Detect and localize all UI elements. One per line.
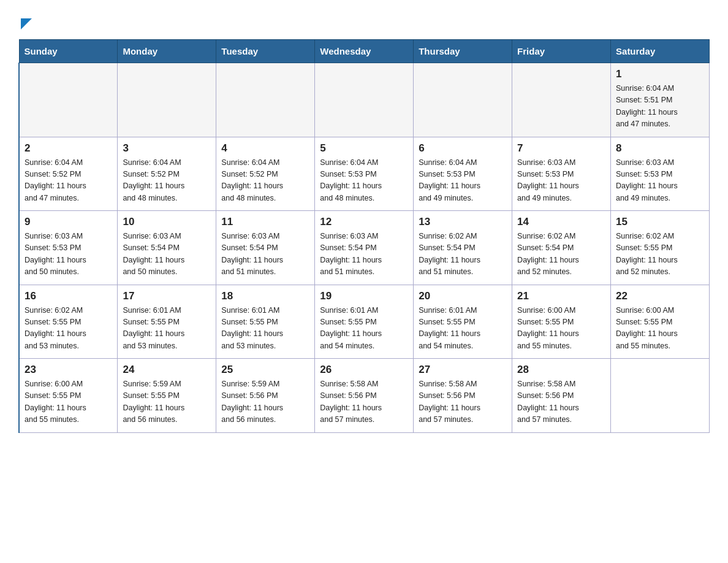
calendar-cell: 24Sunrise: 5:59 AM Sunset: 5:55 PM Dayli… bbox=[118, 359, 216, 433]
day-info: Sunrise: 6:00 AM Sunset: 5:55 PM Dayligh… bbox=[517, 305, 605, 353]
calendar-cell: 11Sunrise: 6:03 AM Sunset: 5:54 PM Dayli… bbox=[216, 211, 315, 285]
day-info: Sunrise: 6:02 AM Sunset: 5:55 PM Dayligh… bbox=[616, 231, 704, 278]
calendar-cell: 15Sunrise: 6:02 AM Sunset: 5:55 PM Dayli… bbox=[611, 211, 710, 285]
day-info: Sunrise: 6:04 AM Sunset: 5:51 PM Dayligh… bbox=[616, 83, 704, 131]
calendar-cell: 2Sunrise: 6:04 AM Sunset: 5:52 PM Daylig… bbox=[19, 137, 118, 211]
day-number: 12 bbox=[320, 216, 408, 228]
calendar-cell: 13Sunrise: 6:02 AM Sunset: 5:54 PM Dayli… bbox=[414, 211, 512, 285]
day-info: Sunrise: 6:04 AM Sunset: 5:52 PM Dayligh… bbox=[25, 157, 112, 205]
day-header-tuesday: Tuesday bbox=[216, 40, 315, 63]
day-info: Sunrise: 5:58 AM Sunset: 5:56 PM Dayligh… bbox=[419, 378, 507, 426]
day-info: Sunrise: 6:01 AM Sunset: 5:55 PM Dayligh… bbox=[221, 305, 309, 353]
calendar-cell: 17Sunrise: 6:01 AM Sunset: 5:55 PM Dayli… bbox=[118, 285, 216, 359]
day-info: Sunrise: 6:03 AM Sunset: 5:54 PM Dayligh… bbox=[123, 231, 211, 278]
day-info: Sunrise: 6:02 AM Sunset: 5:55 PM Dayligh… bbox=[25, 305, 112, 353]
day-info: Sunrise: 6:03 AM Sunset: 5:53 PM Dayligh… bbox=[25, 231, 112, 278]
calendar-cell bbox=[414, 63, 512, 137]
day-number: 16 bbox=[25, 290, 112, 302]
day-number: 1 bbox=[616, 68, 704, 80]
day-number: 23 bbox=[25, 364, 112, 376]
calendar-cell bbox=[315, 63, 414, 137]
day-header-friday: Friday bbox=[512, 40, 611, 63]
day-info: Sunrise: 6:04 AM Sunset: 5:53 PM Dayligh… bbox=[419, 157, 507, 205]
calendar-cell: 22Sunrise: 6:00 AM Sunset: 5:55 PM Dayli… bbox=[611, 285, 710, 359]
day-number: 18 bbox=[221, 290, 309, 302]
day-number: 9 bbox=[25, 216, 112, 228]
calendar-week-4: 16Sunrise: 6:02 AM Sunset: 5:55 PM Dayli… bbox=[19, 285, 710, 359]
calendar-cell: 3Sunrise: 6:04 AM Sunset: 5:52 PM Daylig… bbox=[118, 137, 216, 211]
calendar-cell: 9Sunrise: 6:03 AM Sunset: 5:53 PM Daylig… bbox=[19, 211, 118, 285]
day-info: Sunrise: 5:58 AM Sunset: 5:56 PM Dayligh… bbox=[320, 378, 408, 426]
day-number: 8 bbox=[616, 142, 704, 155]
day-number: 15 bbox=[616, 216, 704, 228]
day-number: 13 bbox=[419, 216, 507, 228]
calendar-cell: 5Sunrise: 6:04 AM Sunset: 5:53 PM Daylig… bbox=[315, 137, 414, 211]
calendar-cell: 10Sunrise: 6:03 AM Sunset: 5:54 PM Dayli… bbox=[118, 211, 216, 285]
day-info: Sunrise: 6:03 AM Sunset: 5:54 PM Dayligh… bbox=[221, 231, 309, 278]
calendar-cell: 27Sunrise: 5:58 AM Sunset: 5:56 PM Dayli… bbox=[414, 359, 512, 433]
day-info: Sunrise: 5:58 AM Sunset: 5:56 PM Dayligh… bbox=[517, 378, 605, 426]
calendar-cell: 18Sunrise: 6:01 AM Sunset: 5:55 PM Dayli… bbox=[216, 285, 315, 359]
day-info: Sunrise: 6:01 AM Sunset: 5:55 PM Dayligh… bbox=[123, 305, 211, 353]
calendar-cell: 8Sunrise: 6:03 AM Sunset: 5:53 PM Daylig… bbox=[611, 137, 710, 211]
day-number: 7 bbox=[517, 142, 605, 155]
calendar-cell: 1Sunrise: 6:04 AM Sunset: 5:51 PM Daylig… bbox=[611, 63, 710, 137]
day-number: 14 bbox=[517, 216, 605, 228]
day-info: Sunrise: 6:02 AM Sunset: 5:54 PM Dayligh… bbox=[517, 231, 605, 278]
day-info: Sunrise: 6:03 AM Sunset: 5:53 PM Dayligh… bbox=[616, 157, 704, 205]
day-info: Sunrise: 6:04 AM Sunset: 5:52 PM Dayligh… bbox=[123, 157, 211, 205]
day-number: 11 bbox=[221, 216, 309, 228]
day-number: 27 bbox=[419, 364, 507, 376]
day-info: Sunrise: 6:04 AM Sunset: 5:53 PM Dayligh… bbox=[320, 157, 408, 205]
calendar-cell bbox=[19, 63, 118, 137]
day-number: 2 bbox=[25, 142, 112, 155]
day-info: Sunrise: 6:03 AM Sunset: 5:54 PM Dayligh… bbox=[320, 231, 408, 278]
calendar-cell: 6Sunrise: 6:04 AM Sunset: 5:53 PM Daylig… bbox=[414, 137, 512, 211]
day-header-monday: Monday bbox=[118, 40, 216, 63]
calendar-cell bbox=[118, 63, 216, 137]
day-info: Sunrise: 6:01 AM Sunset: 5:55 PM Dayligh… bbox=[419, 305, 507, 353]
calendar-cell: 25Sunrise: 5:59 AM Sunset: 5:56 PM Dayli… bbox=[216, 359, 315, 433]
calendar-cell: 26Sunrise: 5:58 AM Sunset: 5:56 PM Dayli… bbox=[315, 359, 414, 433]
calendar-cell bbox=[216, 63, 315, 137]
calendar-cell: 21Sunrise: 6:00 AM Sunset: 5:55 PM Dayli… bbox=[512, 285, 611, 359]
day-info: Sunrise: 5:59 AM Sunset: 5:55 PM Dayligh… bbox=[123, 378, 211, 426]
day-header-wednesday: Wednesday bbox=[315, 40, 414, 63]
day-info: Sunrise: 6:00 AM Sunset: 5:55 PM Dayligh… bbox=[616, 305, 704, 353]
calendar-cell bbox=[512, 63, 611, 137]
day-number: 24 bbox=[123, 364, 211, 376]
calendar-week-2: 2Sunrise: 6:04 AM Sunset: 5:52 PM Daylig… bbox=[19, 137, 710, 211]
day-info: Sunrise: 5:59 AM Sunset: 5:56 PM Dayligh… bbox=[221, 378, 309, 426]
day-number: 26 bbox=[320, 364, 408, 376]
day-number: 21 bbox=[517, 290, 605, 302]
day-header-thursday: Thursday bbox=[414, 40, 512, 63]
day-number: 28 bbox=[517, 364, 605, 376]
calendar-week-5: 23Sunrise: 6:00 AM Sunset: 5:55 PM Dayli… bbox=[19, 359, 710, 433]
day-info: Sunrise: 6:02 AM Sunset: 5:54 PM Dayligh… bbox=[419, 231, 507, 278]
day-number: 20 bbox=[419, 290, 507, 302]
day-number: 19 bbox=[320, 290, 408, 302]
day-info: Sunrise: 6:00 AM Sunset: 5:55 PM Dayligh… bbox=[25, 378, 112, 426]
day-number: 22 bbox=[616, 290, 704, 302]
day-number: 25 bbox=[221, 364, 309, 376]
day-header-saturday: Saturday bbox=[611, 40, 710, 63]
calendar-cell: 23Sunrise: 6:00 AM Sunset: 5:55 PM Dayli… bbox=[19, 359, 118, 433]
day-number: 6 bbox=[419, 142, 507, 155]
day-number: 3 bbox=[123, 142, 211, 155]
calendar-cell: 28Sunrise: 5:58 AM Sunset: 5:56 PM Dayli… bbox=[512, 359, 611, 433]
calendar-week-1: 1Sunrise: 6:04 AM Sunset: 5:51 PM Daylig… bbox=[19, 63, 710, 137]
calendar-cell: 7Sunrise: 6:03 AM Sunset: 5:53 PM Daylig… bbox=[512, 137, 611, 211]
calendar-cell: 12Sunrise: 6:03 AM Sunset: 5:54 PM Dayli… bbox=[315, 211, 414, 285]
day-info: Sunrise: 6:04 AM Sunset: 5:52 PM Dayligh… bbox=[221, 157, 309, 205]
calendar-week-3: 9Sunrise: 6:03 AM Sunset: 5:53 PM Daylig… bbox=[19, 211, 710, 285]
day-info: Sunrise: 6:03 AM Sunset: 5:53 PM Dayligh… bbox=[517, 157, 605, 205]
calendar-cell: 19Sunrise: 6:01 AM Sunset: 5:55 PM Dayli… bbox=[315, 285, 414, 359]
page-header bbox=[18, 12, 710, 33]
calendar-table: SundayMondayTuesdayWednesdayThursdayFrid… bbox=[18, 39, 710, 433]
calendar-cell: 14Sunrise: 6:02 AM Sunset: 5:54 PM Dayli… bbox=[512, 211, 611, 285]
logo-icon bbox=[18, 18, 32, 33]
day-number: 4 bbox=[221, 142, 309, 155]
day-number: 10 bbox=[123, 216, 211, 228]
calendar-header-row: SundayMondayTuesdayWednesdayThursdayFrid… bbox=[19, 40, 710, 63]
day-header-sunday: Sunday bbox=[19, 40, 118, 63]
